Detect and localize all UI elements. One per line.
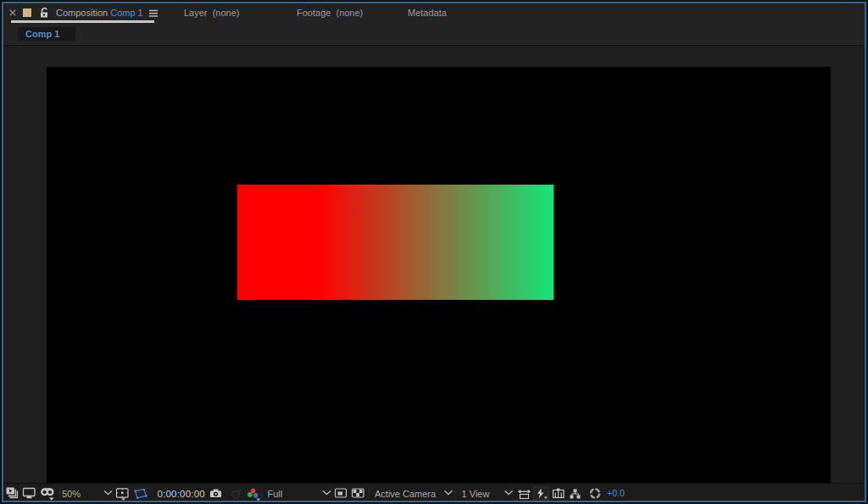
- svg-text:Active Camera: Active Camera: [375, 489, 437, 499]
- svg-text:1 View: 1 View: [462, 489, 490, 499]
- svg-text:50%: 50%: [62, 489, 81, 499]
- svg-text:+0.0: +0.0: [607, 488, 625, 498]
- svg-text:0:00:00:00: 0:00:00:00: [158, 489, 205, 499]
- svg-text:Full: Full: [268, 489, 283, 499]
